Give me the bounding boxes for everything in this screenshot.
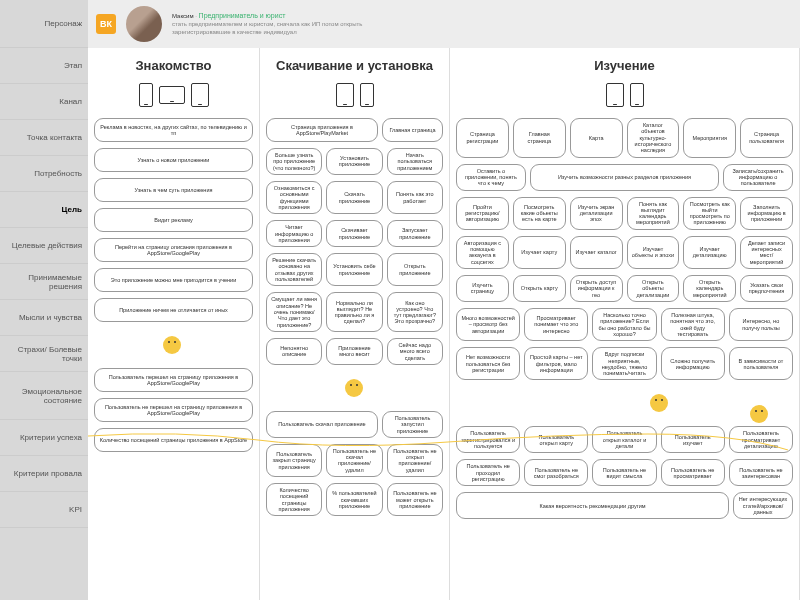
cell[interactable]: Пользователь зарегистрировался и пользуе…	[456, 426, 520, 453]
cell[interactable]: Количество посещений страницы приложения	[266, 483, 322, 516]
cell[interactable]: Изучить возможности разных разделов прил…	[530, 164, 719, 191]
cell[interactable]: Оставить о приложении, понять что к чему	[456, 164, 526, 191]
cell[interactable]: Установить приложение	[326, 148, 382, 175]
cell[interactable]: Заполнить информацию в приложении	[740, 197, 793, 230]
cell[interactable]: Пройти регистрацию/авторизацию	[456, 197, 509, 230]
cell[interactable]: Приложение ничем не отличается от иных	[94, 298, 253, 322]
side-emo[interactable]: Эмоциональное состояние	[0, 372, 88, 420]
cell[interactable]: Сложно получить информацию	[661, 347, 725, 380]
side-fail[interactable]: Критерии провала	[0, 456, 88, 492]
cell[interactable]: Главная страница	[513, 118, 566, 158]
cell[interactable]: Непонятно описание	[266, 338, 322, 365]
cell[interactable]: Пользователь не смог разобраться	[524, 459, 588, 486]
cell[interactable]: Пользователь перешел на страницу приложе…	[94, 368, 253, 392]
cell[interactable]: Посмотреть какие объекты есть на карте	[513, 197, 566, 230]
cell[interactable]: Изучить страницу	[456, 275, 509, 302]
cell[interactable]: Читает информацию о приложении	[266, 220, 322, 247]
cell[interactable]: Открыть приложение	[387, 253, 443, 286]
cell[interactable]: Решение скачать основано на отзывах друг…	[266, 253, 322, 286]
cell[interactable]: Пользователь запустил приложение	[382, 411, 443, 438]
cell[interactable]: Пользователь не просматривает	[661, 459, 725, 486]
cell[interactable]: Запускает приложение	[387, 220, 443, 247]
cell[interactable]: Авторизация с помощью аккаунта в соцсетя…	[456, 236, 509, 269]
cell[interactable]: Полезная штука, понятная что это, окей б…	[661, 308, 725, 341]
cell[interactable]: Количество посещений страницы приложения…	[94, 428, 253, 452]
cell[interactable]: Страница регистрации	[456, 118, 509, 158]
cell[interactable]: Открыть доступ информации к гео	[570, 275, 623, 302]
cell[interactable]: Пользователь просматривает детализацию	[729, 426, 793, 453]
cell[interactable]: Пользователь не заинтересован	[729, 459, 793, 486]
cell[interactable]: Какая вероятность рекомендации другим	[456, 492, 729, 519]
cell[interactable]: Смущает ли меня описание? Не очень поним…	[266, 292, 322, 332]
cell[interactable]: Понять как выглядит календарь мероприяти…	[627, 197, 680, 230]
cell[interactable]: Пользователь не проходил регистрацию	[456, 459, 520, 486]
cell[interactable]: Приложение много весит	[326, 338, 382, 365]
cell[interactable]: Начать пользоваться приложением	[387, 148, 443, 175]
cell[interactable]: Изучает каталог	[570, 236, 623, 269]
side-decision[interactable]: Принимаемые решения	[0, 264, 88, 300]
cell[interactable]: Нет возможности пользоваться без регистр…	[456, 347, 520, 380]
cell[interactable]: Страница приложения в AppStore/PlayMarke…	[266, 118, 378, 142]
cell[interactable]: Это приложение можно мне пригодится в уч…	[94, 268, 253, 292]
cell[interactable]: Много возможностей – просмотр без автори…	[456, 308, 520, 341]
cell[interactable]: Скачивает приложение	[326, 220, 382, 247]
cell[interactable]: Открыть объекты детализации	[627, 275, 680, 302]
side-kpi[interactable]: KPI	[0, 492, 88, 528]
cell[interactable]: Пользователь открыл каталог и детали	[592, 426, 656, 453]
side-persona[interactable]: Персонаж	[0, 0, 88, 48]
side-touch[interactable]: Точка контакта	[0, 120, 88, 156]
cell[interactable]: Скачать приложение	[326, 181, 382, 214]
side-thought[interactable]: Мысли и чувства	[0, 300, 88, 336]
cell[interactable]: Пользователь закрыл страницу приложения	[266, 444, 322, 477]
cell[interactable]: Пользователь не открыл приложение/удалил	[387, 444, 443, 477]
cell[interactable]: Вдруг подписки неприятные, неудобно, тяж…	[592, 347, 656, 380]
cell[interactable]: Записать/сохранить информацию о пользова…	[723, 164, 793, 191]
cell[interactable]: Понять как это работает	[387, 181, 443, 214]
side-stage[interactable]: Этап	[0, 48, 88, 84]
cell[interactable]: Делает записи интересных мест/мероприяти…	[740, 236, 793, 269]
cell[interactable]: Пользователь не перешел на страницу прил…	[94, 398, 253, 422]
side-channel[interactable]: Канал	[0, 84, 88, 120]
cell[interactable]: В зависимости от пользователя	[729, 347, 793, 380]
cell[interactable]: Карта	[570, 118, 623, 158]
side-action[interactable]: Целевые действия	[0, 228, 88, 264]
cell[interactable]: Перейти на страницу описания приложения …	[94, 238, 253, 262]
cell[interactable]: Ознакомиться с основными функциями прило…	[266, 181, 322, 214]
cell[interactable]: Открыть карту	[513, 275, 566, 302]
cell[interactable]: Узнать в чем суть приложения	[94, 178, 253, 202]
cell[interactable]: Страница пользователя	[740, 118, 793, 158]
cell[interactable]: Как оно устроено? Что тут предлагают? Эт…	[387, 292, 443, 332]
cell[interactable]: Изучает детализацию	[683, 236, 736, 269]
cell[interactable]: Установить себе приложение	[326, 253, 382, 286]
cell[interactable]: Пользователь не видит смысла	[592, 459, 656, 486]
side-goal[interactable]: Цель	[0, 192, 88, 228]
cell[interactable]: Нормально ли выглядит? Не правильно ли я…	[326, 292, 382, 332]
cell[interactable]: Узнать о новом приложении	[94, 148, 253, 172]
cell[interactable]: Изучить экран детализации эпох	[570, 197, 623, 230]
cell[interactable]: Больше узнать про приложение (что полезн…	[266, 148, 322, 175]
cell[interactable]: Реклама в новостях, на других сайтах, по…	[94, 118, 253, 142]
cell[interactable]: Видит рекламу	[94, 208, 253, 232]
cell[interactable]: Изучает объекты и эпохи	[627, 236, 680, 269]
cell[interactable]: Открыть календарь мероприятий	[683, 275, 736, 302]
cell[interactable]: Пользователь скачал приложение	[266, 411, 378, 438]
cell[interactable]: Посмотреть как выйти просмотреть по прил…	[683, 197, 736, 230]
cell[interactable]: Пользователь не может открыть приложение	[387, 483, 443, 516]
side-fear[interactable]: Страхи/ Болевые точки	[0, 336, 88, 372]
cell[interactable]: Изучает карту	[513, 236, 566, 269]
cell[interactable]: Пользователь не скачал приложение/удалил	[326, 444, 382, 477]
cell[interactable]: Пользователь открыл карту	[524, 426, 588, 453]
cell[interactable]: Мероприятия	[683, 118, 736, 158]
cell[interactable]: Нет интересующих статей/архивов/данных	[733, 492, 793, 519]
cell[interactable]: Простой карты – нет фильтров, мало инфор…	[524, 347, 588, 380]
cell[interactable]: % пользователей скачавших приложение	[326, 483, 382, 516]
cell[interactable]: Каталог объектов культурно-исторического…	[627, 118, 680, 158]
side-success[interactable]: Критерии успеха	[0, 420, 88, 456]
cell[interactable]: Пользователь изучает	[661, 426, 725, 453]
cell[interactable]: Главная страница	[382, 118, 443, 142]
cell[interactable]: Указать свои предпочтения	[740, 275, 793, 302]
cell[interactable]: Просматривает понимает что это интересно	[524, 308, 588, 341]
cell[interactable]: Интересно, но получу пользы	[729, 308, 793, 341]
side-need[interactable]: Потребность	[0, 156, 88, 192]
cell[interactable]: Сейчас надо много всего сделать	[387, 338, 443, 365]
